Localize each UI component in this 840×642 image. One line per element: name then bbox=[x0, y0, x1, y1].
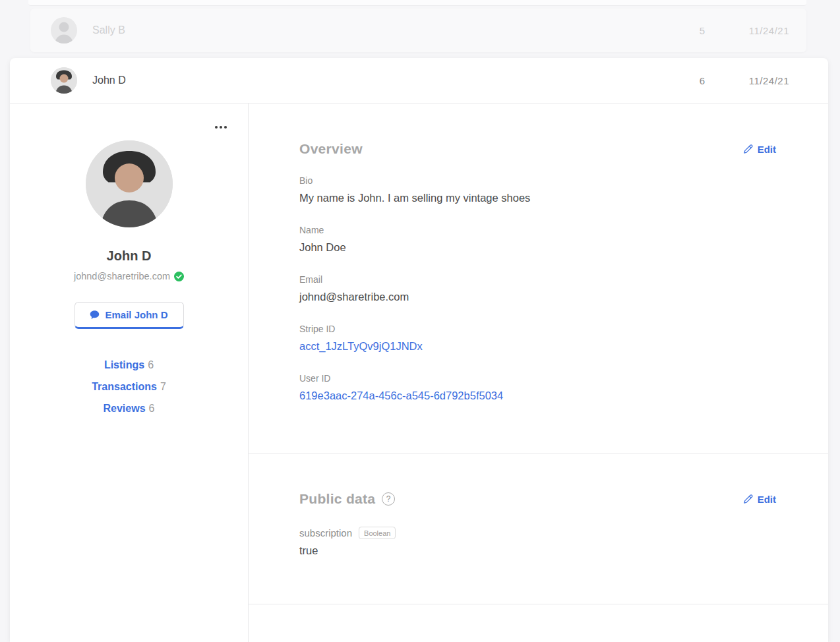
verified-check-icon bbox=[174, 272, 184, 281]
pencil-icon bbox=[743, 494, 753, 504]
help-icon[interactable]: ? bbox=[382, 492, 395, 506]
type-badge: Boolean bbox=[359, 527, 396, 539]
overview-section: Overview Edit Bio My na bbox=[249, 103, 828, 453]
field-stripe-id: Stripe ID acct_1JzLTyQv9jQ1JNDx bbox=[299, 324, 776, 355]
user-row-sally[interactable]: Sally B 5 11/24/21 bbox=[30, 9, 806, 52]
user-row-name: John D bbox=[92, 74, 126, 86]
pencil-icon bbox=[743, 144, 753, 154]
user-detail-card: John D 6 11/24/21 John D johnd@sharetrib… bbox=[10, 58, 828, 642]
profile-name: John D bbox=[10, 248, 248, 264]
avatar bbox=[51, 17, 77, 44]
ellipsis-menu-icon[interactable] bbox=[212, 123, 229, 131]
user-row-john[interactable]: John D 6 11/24/21 bbox=[10, 58, 828, 103]
profile-avatar bbox=[86, 140, 173, 227]
email-user-button[interactable]: Email John D bbox=[75, 302, 184, 329]
avatar bbox=[51, 67, 77, 94]
edit-label: Edit bbox=[758, 144, 776, 155]
user-row-date: 11/24/21 bbox=[749, 25, 789, 36]
user-row-name: Sally B bbox=[92, 24, 125, 36]
profile-panel: John D johnd@sharetribe.com Email John D bbox=[10, 103, 249, 642]
field-name: Name John Doe bbox=[299, 225, 776, 256]
public-data-title: Public data bbox=[299, 491, 375, 507]
detail-content: Overview Edit Bio My na bbox=[249, 103, 828, 642]
edit-label: Edit bbox=[758, 494, 776, 505]
user-row-count: 6 bbox=[692, 75, 712, 86]
profile-link-transactions[interactable]: Transactions7 bbox=[10, 381, 248, 393]
user-row-count: 5 bbox=[692, 25, 712, 36]
public-data-edit-button[interactable]: Edit bbox=[743, 494, 776, 505]
previous-card-edge bbox=[28, 0, 806, 6]
next-section-sliver bbox=[249, 604, 828, 642]
overview-edit-button[interactable]: Edit bbox=[743, 144, 776, 155]
user-id-link[interactable]: 619e3aac-274a-456c-a545-6d792b5f5034 bbox=[299, 387, 776, 404]
profile-link-reviews[interactable]: Reviews6 bbox=[10, 403, 248, 415]
public-data-field-subscription: subscription Boolean bbox=[299, 527, 776, 539]
email-button-label: Email John D bbox=[105, 309, 167, 320]
public-data-section: Public data ? Edit subscr bbox=[249, 453, 828, 604]
stripe-id-link[interactable]: acct_1JzLTyQv9jQ1JNDx bbox=[299, 337, 776, 355]
field-bio: Bio My name is John. I am selling my vin… bbox=[299, 175, 776, 206]
public-data-value: true bbox=[299, 544, 776, 557]
profile-link-listings[interactable]: Listings6 bbox=[10, 359, 248, 371]
profile-email: johnd@sharetribe.com bbox=[74, 271, 170, 281]
overview-title: Overview bbox=[299, 141, 363, 157]
chat-bubble-icon bbox=[90, 310, 100, 320]
field-user-id: User ID 619e3aac-274a-456c-a545-6d792b5f… bbox=[299, 373, 776, 404]
field-email: Email johnd@sharetribe.com bbox=[299, 274, 776, 305]
user-row-date: 11/24/21 bbox=[749, 75, 789, 86]
